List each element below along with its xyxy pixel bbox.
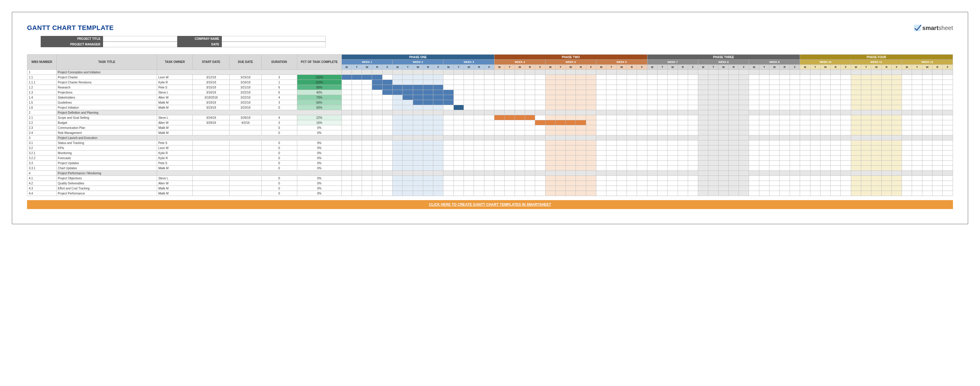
cell-wbs[interactable]: 3.2 [27,146,57,151]
cell-owner[interactable]: Leon W [157,146,193,151]
cell-dur[interactable]: 4 [261,95,297,100]
cell-task[interactable]: Project Definition and Planning [56,110,157,115]
cell-dur[interactable]: 0 [261,146,297,151]
cell-dur[interactable]: 0 [261,191,297,196]
cell-wbs[interactable]: 3.1 [27,140,57,146]
cell-start[interactable]: 3/18/2018 [193,95,229,100]
cell-due[interactable] [229,191,261,196]
cell-wbs[interactable]: 1.5 [27,100,57,105]
cell-owner[interactable]: Malik M [157,191,193,196]
cell-due[interactable]: 3/22/18 [229,100,261,105]
cell-task[interactable]: Quality Deliverables [56,181,157,186]
cell-wbs[interactable]: 3.2.2 [27,156,57,160]
cell-dur[interactable]: 0 [261,156,297,160]
cell-start[interactable]: 3/15/18 [193,85,229,90]
cell-owner[interactable]: Pete S [157,160,193,166]
cell-dur[interactable]: 0 [261,140,297,146]
cell-due[interactable]: 4/2/18 [229,120,261,125]
cell-pct[interactable]: 0% [297,160,342,166]
cell-dur[interactable]: 3 [261,120,297,125]
cell-pct[interactable]: 0% [297,186,342,191]
cell-task[interactable]: Status and Tracking [56,140,157,146]
cell-owner[interactable]: Steve L [157,115,193,120]
cell-pct[interactable]: 0% [297,156,342,160]
cell-task[interactable]: Project Charter [56,75,157,80]
cell-task[interactable]: Project Launch and Execution [56,135,157,140]
cell-wbs[interactable]: 1.1 [27,75,57,80]
cell-start[interactable] [193,186,229,191]
cell-due[interactable]: 3/28/18 [229,115,261,120]
cell-owner[interactable]: Allen W [157,120,193,125]
cell-wbs[interactable]: 2.2 [27,120,57,125]
cell-dur[interactable]: 0 [261,166,297,171]
cell-task[interactable]: Budget [56,120,157,125]
cell-due[interactable] [229,160,261,166]
cell-wbs[interactable]: 1.6 [27,105,57,110]
cell-pct[interactable]: 16% [297,120,342,125]
cell-task[interactable]: Project Conception and Initiation [56,70,157,75]
cell-wbs[interactable]: 4.4 [27,191,57,196]
cell-task[interactable]: Project Performance [56,191,157,196]
cell-pct[interactable]: 50% [297,105,342,110]
cell-due[interactable] [229,186,261,191]
cell-due[interactable] [229,181,261,186]
cell-task[interactable]: Project Performance / Monitoring [56,171,157,176]
cell-dur[interactable]: 0 [261,151,297,156]
cell-start[interactable]: 3/24/18 [193,115,229,120]
cell-pct[interactable]: 40% [297,90,342,95]
cell-wbs[interactable]: 2 [27,110,57,115]
cell-wbs[interactable]: 3.3.1 [27,166,57,171]
cell-wbs[interactable]: 4.1 [27,176,57,181]
input-company[interactable] [222,36,326,41]
cell-owner[interactable]: Steve L [157,176,193,181]
input-project-title[interactable] [103,36,177,41]
cell-due[interactable]: 3/21/18 [229,85,261,90]
cell-task[interactable]: Communication Plan [56,125,157,130]
cell-pct[interactable]: 0% [297,166,342,171]
cell-wbs[interactable]: 2.4 [27,130,57,135]
cell-wbs[interactable]: 2.3 [27,125,57,130]
cell-dur[interactable]: 3 [261,75,297,80]
cell-wbs[interactable]: 1.2 [27,85,57,90]
cell-task[interactable]: Monitoring [56,151,157,156]
cell-due[interactable] [229,166,261,171]
cell-task[interactable]: Project Charter Revisions [56,80,157,85]
cell-start[interactable] [193,125,229,130]
cell-pct[interactable]: 100% [297,75,342,80]
cell-pct[interactable]: 0% [297,140,342,146]
cell-due[interactable]: 3/15/18 [229,75,261,80]
cell-start[interactable] [193,191,229,196]
cell-start[interactable] [193,176,229,181]
cell-start[interactable] [193,146,229,151]
cell-wbs[interactable]: 1.1.1 [27,80,57,85]
cell-due[interactable] [229,130,261,135]
cell-due[interactable] [229,146,261,151]
cell-start[interactable] [193,140,229,146]
cell-task[interactable]: Scope and Goal Setting [56,115,157,120]
cell-pct[interactable]: 0% [297,130,342,135]
cell-dur[interactable]: 0 [261,125,297,130]
cell-owner[interactable]: Kylie R [157,80,193,85]
cell-owner[interactable]: Allen W [157,181,193,186]
cell-pct[interactable]: 100% [297,80,342,85]
cell-owner[interactable]: Steve L [157,90,193,95]
cell-pct[interactable]: 70% [297,95,342,100]
cell-start[interactable]: 3/29/18 [193,120,229,125]
cell-wbs[interactable]: 2.1 [27,115,57,120]
cell-dur[interactable]: 0 [261,130,297,135]
cell-dur[interactable]: 0 [261,176,297,181]
cell-owner[interactable]: Malik M [157,166,193,171]
cell-due[interactable] [229,156,261,160]
cell-owner[interactable]: Malik M [157,186,193,191]
cell-dur[interactable]: 0 [261,181,297,186]
cell-due[interactable] [229,151,261,156]
cell-start[interactable]: 3/16/18 [193,90,229,95]
input-date[interactable] [222,41,326,47]
cell-task[interactable]: Research [56,85,157,90]
cell-owner[interactable]: Kylie R [157,151,193,156]
cell-due[interactable] [229,140,261,146]
cell-owner[interactable]: Malik M [157,125,193,130]
cell-task[interactable]: Effort and Cost Tracking [56,186,157,191]
cell-wbs[interactable]: 4 [27,171,57,176]
cell-wbs[interactable]: 3.2.1 [27,151,57,156]
